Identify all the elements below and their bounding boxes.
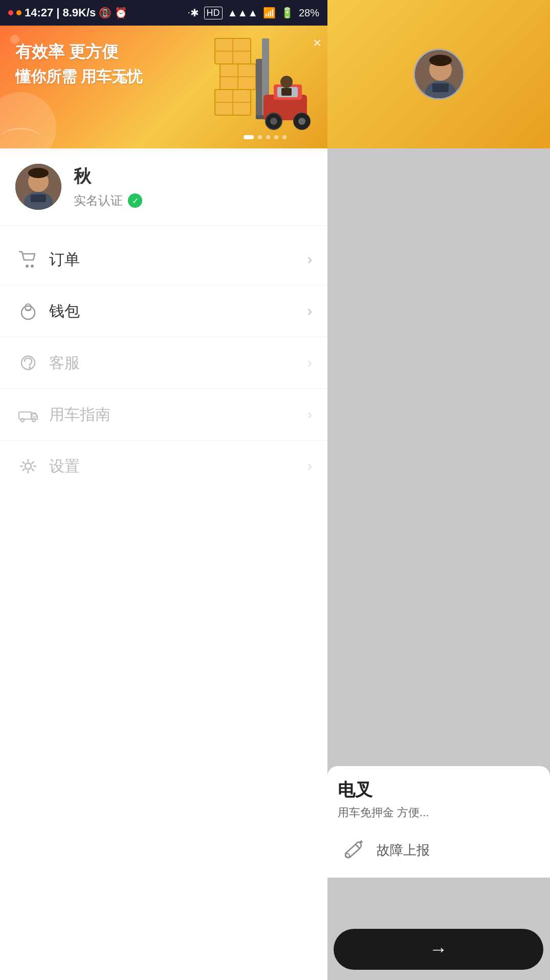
dot-3 bbox=[266, 135, 270, 139]
menu-item-guide[interactable]: 用车指南 › bbox=[0, 389, 327, 441]
profile-section: 秋 实名认证 ✓ bbox=[0, 148, 327, 226]
menu-item-service[interactable]: 客服 › bbox=[0, 337, 327, 389]
banner-pagination bbox=[244, 135, 287, 139]
guide-icon bbox=[15, 403, 41, 426]
signal-crossed-icon: 📵 bbox=[99, 7, 112, 19]
status-network: | bbox=[56, 6, 59, 19]
dot-2 bbox=[258, 135, 262, 139]
profile-info: 秋 实名认证 ✓ bbox=[74, 165, 142, 209]
dot-4 bbox=[274, 135, 278, 139]
signal-icon: ▲▲▲ bbox=[228, 7, 258, 19]
svg-point-37 bbox=[32, 419, 35, 422]
svg-rect-17 bbox=[281, 88, 292, 96]
fault-label: 故障上报 bbox=[377, 841, 430, 859]
banner-close-button[interactable]: × bbox=[313, 35, 321, 51]
settings-chevron-icon: › bbox=[307, 458, 312, 474]
nav-arrow-icon: → bbox=[429, 939, 448, 960]
svg-point-27 bbox=[28, 168, 49, 178]
card-icon-row: 故障上报 bbox=[338, 835, 540, 865]
status-speed: 8.9K/s bbox=[62, 6, 96, 19]
status-left: 14:27 | 8.9K/s 📵 ⏰ bbox=[8, 6, 127, 19]
bottom-info-card: 电叉 用车免押金 方便... 故障上报 bbox=[327, 766, 550, 878]
battery-icon: 🔋 bbox=[281, 7, 294, 19]
guide-label: 用车指南 bbox=[49, 404, 307, 425]
avatar bbox=[15, 164, 61, 210]
bottom-nav-bar[interactable]: → bbox=[334, 929, 543, 970]
svg-point-16 bbox=[280, 76, 293, 88]
svg-point-39 bbox=[25, 463, 31, 469]
forklift-image bbox=[184, 28, 317, 130]
wallet-chevron-icon: › bbox=[307, 303, 312, 319]
svg-rect-35 bbox=[19, 412, 31, 419]
card-title: 电叉 bbox=[338, 778, 540, 802]
order-label: 订单 bbox=[49, 249, 307, 270]
avatar-image bbox=[15, 164, 61, 210]
svg-point-36 bbox=[21, 419, 24, 422]
dot-5 bbox=[282, 135, 287, 139]
guide-chevron-icon: › bbox=[307, 406, 312, 423]
alarm-icon: ⏰ bbox=[115, 7, 127, 19]
banner-line1: 有效率 更方便 bbox=[15, 41, 142, 63]
svg-point-34 bbox=[29, 366, 31, 368]
banner-wave bbox=[0, 128, 41, 148]
order-chevron-icon: › bbox=[307, 251, 312, 268]
svg-point-23 bbox=[298, 118, 305, 125]
verified-checkmark-icon: ✓ bbox=[128, 193, 142, 208]
settings-label: 设置 bbox=[49, 456, 307, 477]
svg-rect-28 bbox=[31, 194, 46, 202]
banner-line2: 懂你所需 用车无忧 bbox=[15, 67, 142, 88]
battery-percent: 28% bbox=[299, 7, 319, 19]
status-time: 14:27 bbox=[25, 6, 53, 19]
wallet-label: 钱包 bbox=[49, 301, 307, 322]
service-icon bbox=[15, 352, 41, 374]
bluetooth-icon: ⋅✱ bbox=[187, 7, 199, 19]
settings-icon bbox=[15, 455, 41, 477]
order-icon bbox=[15, 248, 41, 271]
wallet-icon bbox=[15, 300, 41, 322]
main-panel: 14:27 | 8.9K/s 📵 ⏰ ⋅✱ HD ▲▲▲ 📶 🔋 28% × 有… bbox=[0, 0, 327, 980]
menu-list: 订单 › 钱包 › 客服 › bbox=[0, 234, 327, 492]
verified-label: 实名认证 bbox=[74, 192, 123, 209]
svg-rect-44 bbox=[432, 83, 449, 92]
svg-point-30 bbox=[31, 265, 34, 268]
profile-name: 秋 bbox=[74, 165, 142, 188]
svg-line-45 bbox=[356, 844, 360, 848]
service-label: 客服 bbox=[49, 353, 307, 374]
status-bar: 14:27 | 8.9K/s 📵 ⏰ ⋅✱ HD ▲▲▲ 📶 🔋 28% bbox=[0, 0, 327, 26]
svg-point-29 bbox=[26, 265, 29, 268]
profile-verified-row: 实名认证 ✓ bbox=[74, 192, 142, 209]
status-right: ⋅✱ HD ▲▲▲ 📶 🔋 28% bbox=[187, 7, 319, 19]
dot-1 bbox=[244, 135, 254, 139]
banner-text-block: 有效率 更方便 懂你所需 用车无忧 bbox=[15, 41, 142, 88]
svg-point-31 bbox=[21, 306, 35, 319]
wrench-icon bbox=[338, 835, 368, 865]
menu-item-order[interactable]: 订单 › bbox=[0, 234, 327, 286]
menu-item-wallet[interactable]: 钱包 › bbox=[0, 286, 327, 337]
hd-label: HD bbox=[204, 7, 223, 19]
status-dot2 bbox=[16, 10, 21, 15]
svg-point-19 bbox=[270, 118, 277, 125]
card-subtitle: 用车免押金 方便... bbox=[338, 805, 540, 820]
right-panel-top bbox=[327, 0, 550, 148]
right-avatar bbox=[413, 49, 465, 100]
svg-point-43 bbox=[429, 55, 452, 66]
status-dot1 bbox=[8, 10, 13, 15]
service-chevron-icon: › bbox=[307, 355, 312, 371]
menu-item-settings[interactable]: 设置 › bbox=[0, 441, 327, 492]
wifi-icon: 📶 bbox=[263, 7, 276, 19]
